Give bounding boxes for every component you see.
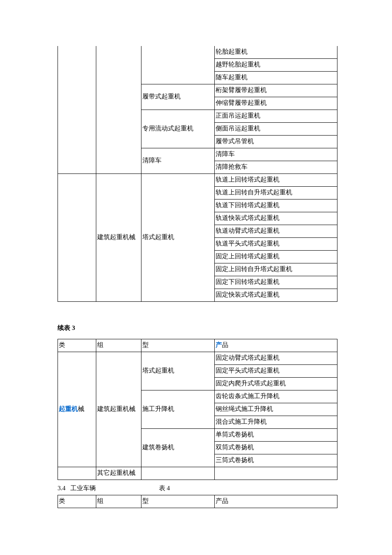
cell-product: 履带式吊管机 <box>215 136 337 148</box>
th-product: 产品 <box>215 339 337 352</box>
cell-product: 固定上回转自升塔式起重机 <box>215 263 337 276</box>
construction-label: 建筑起重机械 <box>96 352 141 467</box>
cell-product: 固定平头式塔式起重机 <box>215 365 337 378</box>
shigong-label: 施工升降机 <box>141 390 215 429</box>
table-row: 建筑起重机械 塔式起重机 轨道上回转塔式起重机 <box>58 174 337 187</box>
cell-product: 越野轮胎起重机 <box>215 59 337 72</box>
cell-product: 轨道动臂式塔式起重机 <box>215 225 337 238</box>
table-1: 轮胎起重机 越野轮胎起重机 随车起重机 履带式起重机 桁架臂履带起重机 伸缩臂履… <box>58 46 337 302</box>
table-row: 起重机械 建筑起重机械 塔式起重机 固定动臂式塔式起重机 <box>58 352 337 365</box>
cell-product: 固定快装式塔式起重机 <box>215 289 337 302</box>
section-text: 工业车辆 <box>70 485 96 491</box>
winch-label: 建筑卷扬机 <box>141 429 215 467</box>
cell-product: 齿轮齿条式施工升降机 <box>215 390 337 403</box>
cell-product: 固定下回转塔式起重机 <box>215 276 337 289</box>
cell-product: 轮胎起重机 <box>215 46 337 59</box>
empty-cell <box>141 467 215 480</box>
cell-product: 混合式施工升降机 <box>215 416 337 429</box>
cell-product: 轨道下回转塔式起重机 <box>215 199 337 212</box>
cell-product: 固定动臂式塔式起重机 <box>215 352 337 365</box>
table-caption: 续表 3 <box>58 324 337 332</box>
cell-product: 固定上回转塔式起重机 <box>215 251 337 263</box>
cell-product: 清障车 <box>215 148 337 161</box>
table-header-row: 类 组 型 产品 <box>58 339 337 352</box>
table-2: 类 组 型 产品 起重机械 建筑起重机械 塔式起重机 固定动臂式塔式起重机 固定… <box>58 339 337 480</box>
empty-cell <box>58 467 96 480</box>
cell-product: 轨道上回转自升塔式起重机 <box>215 187 337 199</box>
col-a-open <box>58 46 96 84</box>
col-c-open <box>141 46 215 84</box>
th-type: 型 <box>141 339 215 352</box>
cell-product: 清障抢救车 <box>215 161 337 174</box>
section-title: 3.4 工业车辆 表 4 <box>58 484 337 492</box>
col-b-open <box>96 46 141 84</box>
table-header-row: 类 组 型 产品 <box>58 495 337 508</box>
cell-product: 双筒式卷扬机 <box>215 442 337 454</box>
crane-machinery-cell: 起重机械 <box>58 352 96 467</box>
mobile-label: 专用流动式起重机 <box>141 110 215 148</box>
empty-cell <box>215 467 337 480</box>
cell-product: 随车起重机 <box>215 72 337 84</box>
construction-label: 建筑起重机械 <box>96 174 141 302</box>
wrecker-label: 清障车 <box>141 148 215 174</box>
cell-product: 正面吊运起重机 <box>215 110 337 123</box>
cell-product: 伸缩臂履带起重机 <box>215 97 337 110</box>
document-page: 轮胎起重机 越野轮胎起重机 随车起重机 履带式起重机 桁架臂履带起重机 伸缩臂履… <box>0 0 392 525</box>
table-3: 类 组 型 产品 <box>58 495 337 508</box>
cell-product: 固定内爬升式塔式起重机 <box>215 378 337 390</box>
table-row: 轮胎起重机 <box>58 46 337 59</box>
cell-product: 单筒式卷扬机 <box>215 429 337 442</box>
th-group: 组 <box>96 339 141 352</box>
cell-product: 轨道上回转塔式起重机 <box>215 174 337 187</box>
crane-link[interactable]: 起重机 <box>59 405 78 412</box>
th-category: 类 <box>58 339 96 352</box>
tower-label: 塔式起重机 <box>141 174 215 302</box>
cell-product: 轨道平头式塔式起重机 <box>215 238 337 251</box>
table-row: 履带式起重机 桁架臂履带起重机 <box>58 84 337 97</box>
crawler-label: 履带式起重机 <box>141 84 215 110</box>
cell-product: 桁架臂履带起重机 <box>215 84 337 97</box>
section-number: 3.4 <box>58 485 66 491</box>
product-link[interactable]: 产 <box>216 341 222 348</box>
th-type: 型 <box>141 495 215 508</box>
cell-product: 钢丝绳式施工升降机 <box>215 403 337 416</box>
col-a-span <box>58 174 96 302</box>
cell-product: 轨道快装式塔式起重机 <box>215 212 337 225</box>
cell-product: 三筒式卷扬机 <box>215 454 337 467</box>
th-group: 组 <box>96 495 141 508</box>
table-row: 其它起重机械 <box>58 467 337 480</box>
cell-product: 侧面吊运起重机 <box>215 123 337 136</box>
other-label: 其它起重机械 <box>96 467 141 480</box>
col-a-open-cont <box>58 84 96 174</box>
th-product: 产品 <box>215 495 337 508</box>
table-label: 表 4 <box>159 485 170 491</box>
col-b-open-cont <box>96 84 141 174</box>
th-category: 类 <box>58 495 96 508</box>
tower-label: 塔式起重机 <box>141 352 215 390</box>
